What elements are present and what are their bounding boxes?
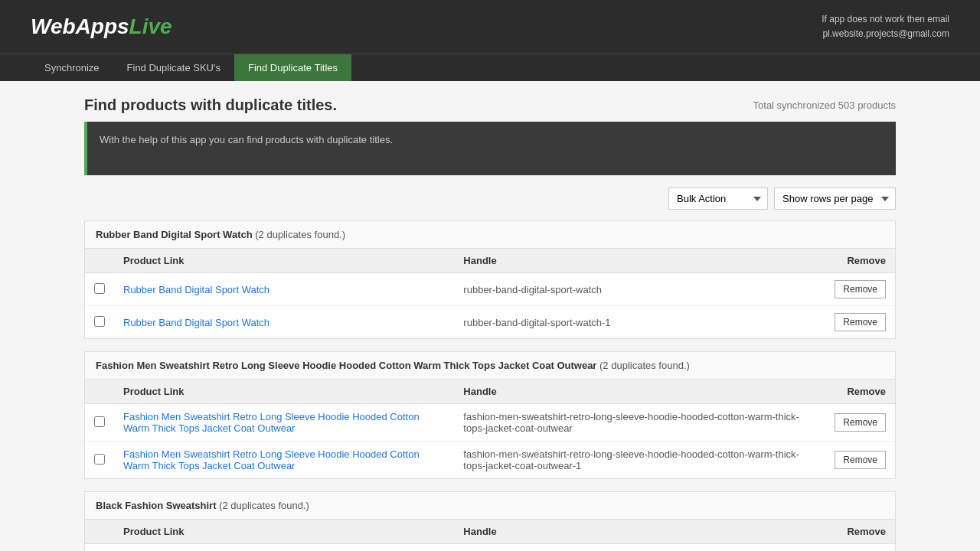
toolbar: Bulk Action Show rows per page 10 25 50 — [84, 187, 896, 210]
dup-table-2: Product Link Handle Remove Black Fashion… — [85, 520, 895, 551]
col-header-handle-0: Handle — [454, 249, 825, 273]
groups-container: Rubber Band Digital Sport Watch (2 dupli… — [84, 220, 896, 551]
remove-button-1-1[interactable]: Remove — [835, 451, 886, 469]
handle-text-0-1: rubber-band-digital-sport-watch-1 — [463, 317, 610, 328]
col-header-remove-0: Remove — [825, 249, 895, 273]
col-header-remove-1: Remove — [825, 380, 895, 404]
col-header-product-0: Product Link — [114, 249, 454, 273]
nav-find-duplicate-skus[interactable]: Find Duplicate SKU's — [113, 54, 234, 81]
col-header-handle-1: Handle — [454, 380, 825, 404]
col-header-checkbox-2 — [85, 520, 114, 544]
col-header-checkbox-0 — [85, 249, 114, 273]
col-header-handle-2: Handle — [454, 520, 825, 544]
dup-group-0: Rubber Band Digital Sport Watch (2 dupli… — [84, 220, 896, 339]
contact-line1: If app does not work then email — [822, 12, 949, 27]
nav-find-duplicate-titles[interactable]: Find Duplicate Titles — [234, 54, 351, 81]
table-row: Rubber Band Digital Sport Watch rubber-b… — [85, 306, 895, 339]
table-row: Rubber Band Digital Sport Watch rubber-b… — [85, 273, 895, 306]
header-contact: If app does not work then email pl.websi… — [822, 12, 949, 41]
title-row: Find products with duplicate titles. Tot… — [84, 96, 896, 114]
page-title: Find products with duplicate titles. — [84, 96, 337, 114]
info-text: With the help of this app you can find p… — [100, 134, 393, 145]
contact-line2: pl.website.projects@gmail.com — [822, 27, 949, 41]
handle-text-1-1: fashion-men-sweatshirt-retro-long-sleeve… — [463, 448, 799, 471]
dup-table-1: Product Link Handle Remove Fashion Men S… — [85, 380, 895, 478]
col-header-product-1: Product Link — [114, 380, 454, 404]
product-link-0-0[interactable]: Rubber Band Digital Sport Watch — [123, 284, 270, 295]
row-checkbox-0-1[interactable] — [94, 316, 105, 327]
info-box: With the help of this app you can find p… — [84, 122, 896, 175]
row-checkbox-0-0[interactable] — [94, 283, 105, 294]
table-row: Fashion Men Sweatshirt Retro Long Sleeve… — [85, 404, 895, 442]
product-link-1-1[interactable]: Fashion Men Sweatshirt Retro Long Sleeve… — [123, 448, 420, 471]
col-header-remove-2: Remove — [825, 520, 895, 544]
col-header-checkbox-1 — [85, 380, 114, 404]
remove-button-1-0[interactable]: Remove — [835, 413, 886, 432]
table-row: Fashion Men Sweatshirt Retro Long Sleeve… — [85, 442, 895, 479]
table-row: Black Fashion Sweatshirt black-fashion-s… — [85, 544, 895, 552]
remove-button-0-0[interactable]: Remove — [835, 280, 886, 298]
header: WebAppsLive If app does not work then em… — [0, 0, 980, 54]
logo-accent: Live — [129, 15, 172, 38]
row-checkbox-1-0[interactable] — [94, 416, 105, 427]
row-checkbox-1-1[interactable] — [94, 454, 105, 465]
logo: WebAppsLive — [31, 15, 172, 39]
bulk-action-select[interactable]: Bulk Action — [668, 187, 768, 210]
dup-group-1: Fashion Men Sweatshirt Retro Long Sleeve… — [84, 351, 896, 479]
nav: Synchronize Find Duplicate SKU's Find Du… — [0, 54, 980, 81]
main-content: Find products with duplicate titles. Tot… — [69, 96, 911, 551]
sync-info: Total synchronized 503 products — [753, 99, 896, 111]
remove-button-0-1[interactable]: Remove — [835, 313, 886, 331]
dup-group-header-0: Rubber Band Digital Sport Watch (2 dupli… — [85, 221, 895, 249]
handle-text-0-0: rubber-band-digital-sport-watch — [463, 284, 602, 295]
product-link-1-0[interactable]: Fashion Men Sweatshirt Retro Long Sleeve… — [123, 411, 420, 434]
dup-table-0: Product Link Handle Remove Rubber Band D… — [85, 249, 895, 338]
dup-group-2: Black Fashion Sweatshirt (2 duplicates f… — [84, 491, 896, 551]
product-link-0-1[interactable]: Rubber Band Digital Sport Watch — [123, 317, 270, 328]
show-rows-select[interactable]: Show rows per page 10 25 50 — [774, 187, 896, 210]
handle-text-1-0: fashion-men-sweatshirt-retro-long-sleeve… — [463, 411, 799, 434]
col-header-product-2: Product Link — [114, 520, 454, 544]
dup-group-header-1: Fashion Men Sweatshirt Retro Long Sleeve… — [85, 352, 895, 380]
nav-synchronize[interactable]: Synchronize — [31, 54, 113, 81]
dup-group-header-2: Black Fashion Sweatshirt (2 duplicates f… — [85, 492, 895, 520]
